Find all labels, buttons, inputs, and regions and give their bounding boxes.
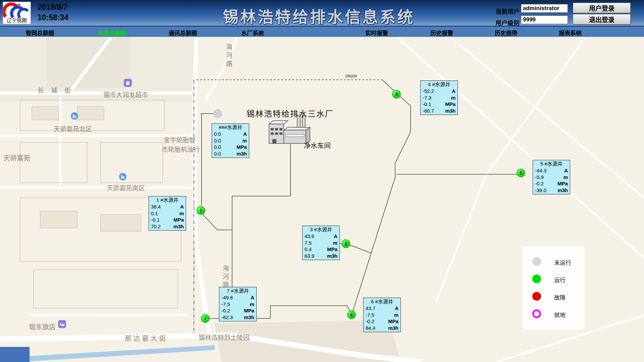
date-text: 2019/8/7 [38, 2, 68, 12]
nav-comm-overview[interactable]: 通讯总貌图 [169, 28, 197, 37]
nav-realtime-alarm[interactable]: 实时报警 [365, 28, 388, 37]
legend-fault-label: 故障 [554, 293, 566, 301]
well-data-box-7: 7 #水源井 -49.8A -7.5m -0.2MPa -62.3m3h [219, 287, 257, 321]
logout-button[interactable]: 退出登录 [573, 14, 631, 24]
water-body [0, 347, 30, 362]
street-nadamu: 那 达 慕 大 街 [125, 333, 166, 343]
pipe-to-well6 [353, 175, 396, 311]
street-changcheng: 长 城 街 [38, 85, 74, 95]
well-marker-4[interactable]: 4 [392, 90, 401, 99]
user-level-input[interactable] [521, 15, 568, 24]
well-marker-3[interactable]: 3 [341, 239, 350, 248]
status-legend: 未运行 运行 故障 就地 [522, 246, 584, 329]
poi-martyrs-cemetery-label: 锡林浩特烈士陵园 [199, 333, 250, 342]
well-data-box-6: 6 #水源井 43.7A -7.5m -0.2MPa 84.4m3h [363, 298, 401, 332]
legend-running-icon [532, 275, 541, 283]
legend-not-running-icon [532, 257, 541, 266]
page-title: 锡林浩特给排水信息系统 [223, 4, 415, 27]
supermarket-icon [124, 79, 132, 87]
poi-hotel-label: 垠东旅店 [29, 322, 56, 331]
well-marker-1[interactable]: 1 [197, 206, 205, 215]
poi-tianjiao-south-label: 天骄嘉苑南区 [107, 183, 145, 192]
current-user-label: 当前用户 [495, 7, 520, 15]
poi-tire-shop-label-2: 杰轮胎机油行 [162, 144, 200, 154]
well-marker-5[interactable]: 5 [517, 169, 525, 177]
residential-south-icon [119, 173, 126, 180]
company-logo: 辽宁铭朗 [3, 2, 31, 24]
plant-title: 锡林浩特给排水三水厂 [247, 107, 334, 119]
well-marker-unassigned[interactable] [213, 109, 222, 118]
well-data-box-4: 4 #水源井 -52.2A -7.3m -0.1MPa -60.7m3h [420, 80, 458, 115]
poi-tianjiao-north-label: 天骄嘉苑北区 [54, 124, 92, 133]
nav-pipe-network-overview[interactable]: 管网总貌图 [26, 28, 54, 37]
nav-water-source-overview[interactable]: 水源总貌图 [98, 28, 126, 37]
logo-text: 辽宁铭朗 [3, 16, 31, 23]
logo-swoosh-icon [3, 2, 31, 18]
nav-plant-system[interactable]: 水厂系统 [241, 28, 264, 37]
time-text: 10:58:34 [38, 12, 68, 23]
well-data-box-unassigned: ###水源井 0.0A 0.0m 0.0MPa 0.0m3h [212, 123, 249, 158]
scada-water-system-page: 辽宁铭朗 2019/8/7 10:58:34 锡林浩特给排水信息系统 当前用户 … [0, 0, 644, 362]
map-district-tint [0, 37, 196, 102]
factory-icon [269, 116, 310, 143]
main-nav: 管网总貌图 水源总貌图 通讯总貌图 水厂系统 实时报警 历史报警 历史趋势 报表… [0, 26, 644, 37]
datetime-display: 2019/8/7 10:58:34 [38, 2, 68, 23]
street-haihe-south: 海河路 [221, 265, 230, 290]
login-button[interactable]: 用户登录 [573, 3, 631, 13]
well-marker-6[interactable]: 6 [347, 310, 356, 319]
nav-report-system[interactable]: 报表系统 [559, 28, 582, 37]
header-bar: 辽宁铭朗 2019/8/7 10:58:34 锡林浩特给排水信息系统 当前用户 … [0, 0, 644, 26]
current-user-input[interactable] [521, 4, 568, 13]
well-data-box-1: 1 #水源井 38.4A 0.1m -0.1MPa 70.2m3h [149, 196, 186, 231]
poi-tire-shop-label-1: 金宇轮胎智 [164, 135, 196, 144]
residential-north-icon [71, 112, 78, 120]
river [30, 345, 215, 361]
well-data-box-5: 5 #水源井 -44.3A -5.9m -0.2MPa -39.0m3h [533, 160, 570, 194]
legend-local-icon [532, 309, 541, 318]
poi-supermarket-label: 锡市大润发超市 [103, 90, 148, 99]
pipe-well3-branch [350, 245, 371, 253]
nav-history-trend[interactable]: 历史趋势 [495, 28, 518, 37]
nav-history-alarm[interactable]: 历史报警 [430, 28, 453, 37]
street-haihe-north: 海河路 [224, 44, 233, 69]
workshop-label: 净水车间 [304, 140, 331, 150]
legend-fault-icon [532, 292, 541, 301]
poi-tianjiao-label: 天骄嘉苑 [3, 153, 30, 163]
well-data-box-3: 3 #水源井 43.6A 7.5m 0.4MPa 63.9m3h [302, 226, 340, 260]
pipe-diameter-label: DN200 [345, 74, 357, 78]
hotel-bed-icon [58, 320, 66, 328]
legend-local-label: 就地 [554, 310, 566, 319]
well-marker-7[interactable]: 7 [201, 314, 210, 323]
legend-running-label: 运行 [554, 276, 566, 284]
legend-not-running-label: 未运行 [554, 258, 571, 266]
